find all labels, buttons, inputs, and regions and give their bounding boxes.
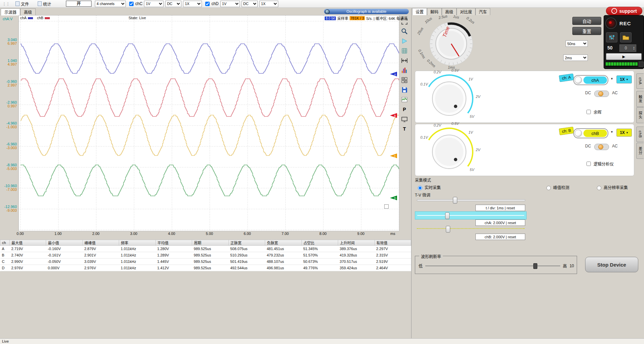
chB-logic-analyzer-option[interactable]: 逻辑分析仪 [585, 161, 614, 167]
tab-advanced[interactable]: 高级 [20, 8, 36, 15]
tdiv-slider[interactable] [417, 199, 525, 201]
grid-icon[interactable] [400, 47, 408, 55]
tab-contrast[interactable]: 对比度 [457, 8, 475, 15]
h-scale-icon[interactable] [400, 57, 408, 65]
slider-handle[interactable] [445, 212, 450, 219]
table-cell: 1.011kHz [119, 246, 155, 252]
on-button[interactable]: 开 [66, 1, 92, 7]
p-button[interactable]: P [400, 105, 408, 113]
chD-volt-select[interactable]: 1V [220, 1, 240, 7]
tab-decode[interactable]: 解码 [427, 8, 442, 15]
rec-button[interactable]: REC [605, 17, 642, 30]
chA-coupling-switch[interactable] [594, 91, 609, 97]
chA-enable-toggle[interactable]: chA [573, 75, 608, 85]
marker-C[interactable]: C [390, 153, 398, 160]
chA-persist-option[interactable]: 余晖 [585, 109, 602, 115]
slider-track [417, 215, 524, 216]
side-tab-4[interactable]: chB [636, 127, 644, 142]
folder-icon[interactable] [620, 32, 632, 42]
record-index-spinner[interactable]: 0 ▲▼ [619, 44, 636, 52]
logic-analyzer-checkbox[interactable] [586, 162, 591, 166]
chB-volts-knob[interactable]: 0.1V0.2V0.5V1V2V5V [417, 126, 481, 175]
spinner-arrows-icon[interactable]: ▲▼ [632, 46, 636, 50]
play-button[interactable]: ▶ [606, 53, 642, 60]
chB-atten-chip[interactable]: 1X▼ [616, 129, 632, 137]
waveform-plot[interactable] [19, 15, 399, 231]
tdiv-slider-label[interactable]: t / div: 1ms | reset [475, 205, 525, 211]
chB-enable-toggle[interactable]: chB [573, 128, 608, 138]
marker-B[interactable]: B [390, 113, 398, 119]
menu-file[interactable]: 文件 [13, 1, 32, 7]
chD-atten-select[interactable]: 1X [259, 1, 278, 7]
acquisition-option[interactable]: 高分辨率采集 [595, 184, 628, 190]
support-button[interactable]: ↓ support [606, 7, 642, 15]
table-row[interactable]: D2.976V0.000V2.976V1.011kHz1.412V989.525… [0, 265, 411, 271]
acquisition-option[interactable]: 峰值检测 [545, 184, 569, 190]
refresh-rate-slider[interactable] [425, 266, 560, 266]
tab-automotive[interactable]: 汽车 [475, 8, 490, 15]
menu-stats[interactable]: 统计 [35, 1, 54, 7]
side-tab-5[interactable]: 差分 [636, 143, 644, 159]
chC-coupling-select[interactable]: DC [165, 1, 181, 7]
chB-dropdown-caret[interactable]: ▼ [610, 130, 613, 134]
chC-atten-select[interactable]: 1X [183, 1, 202, 7]
auto-button[interactable]: 自动 [572, 17, 601, 25]
status-dot-icon [325, 9, 330, 14]
stop-device-button[interactable]: Stop Device [585, 257, 638, 272]
progress-stop-icon[interactable] [639, 62, 644, 67]
side-tab-3[interactable]: 探头 [636, 107, 644, 123]
table-cell: -0.160V [46, 246, 82, 252]
tab-oscilloscope[interactable]: 示波器 [1, 8, 20, 15]
chB-coupling-switch[interactable] [594, 144, 609, 150]
acquisition-radio[interactable] [546, 186, 551, 190]
svg-text:2V: 2V [475, 148, 481, 152]
table-cell: 49.776% [301, 265, 338, 271]
table-row[interactable]: A2.719V-0.160V2.879V1.011kHz1.280V989.52… [0, 246, 411, 252]
slider-handle[interactable] [446, 226, 450, 233]
chA-volts-knob[interactable]: 0.1V0.2V0.5V1V2V5V [417, 72, 481, 122]
snapshot-icon[interactable] [400, 96, 408, 104]
window-select[interactable]: 2ms [563, 55, 588, 61]
persist-checkbox[interactable] [586, 110, 591, 114]
chA-offset-slider[interactable] [415, 211, 527, 219]
save-icon[interactable] [400, 86, 408, 94]
matrix-icon[interactable] [400, 76, 408, 84]
chC-enable-checkbox[interactable] [129, 2, 134, 6]
chB-swatch [45, 17, 50, 19]
equalizer-icon[interactable] [606, 32, 617, 42]
marker-A[interactable]: A [390, 71, 398, 78]
table-row[interactable]: C2.990V-0.050V3.039V1.011kHz1.445V989.52… [0, 259, 411, 265]
slider-handle[interactable] [453, 197, 457, 204]
timebase-knob[interactable]: Time 10us2.5us1us0.2us25us0.1ms0.2ms1ms [418, 15, 485, 69]
plot-corner-checkbox[interactable] [384, 204, 389, 209]
spectrum-icon[interactable] [400, 66, 408, 74]
marker-D[interactable]: D [390, 195, 398, 202]
chC-volt-select[interactable]: 1V [144, 1, 164, 7]
table-cell: 488.107us [265, 259, 301, 265]
chB-offset-label[interactable]: chB: 2.000V | reset [475, 234, 525, 240]
trigger-icon[interactable] [400, 37, 408, 45]
table-row[interactable]: B2.740V-0.161V2.901V1.011kHz1.289V989.52… [0, 252, 411, 259]
chB-offset-slider[interactable] [417, 228, 525, 229]
y-tick-pair: -4.960-1.003 [0, 122, 17, 129]
chA-offset-label[interactable]: chA: 2.000V | reset [475, 219, 525, 226]
channel-count-select[interactable]: 4 channels [95, 1, 126, 7]
display-icon[interactable] [400, 115, 408, 123]
reset-button[interactable]: 重置 [572, 27, 601, 35]
refresh-slider-handle[interactable] [533, 263, 537, 269]
acquisition-option[interactable]: 实时采集 [416, 184, 441, 190]
side-tab-2[interactable]: 触发 [636, 91, 644, 107]
table-header-cell: 占空比 [301, 240, 338, 246]
acquisition-radio[interactable] [418, 186, 422, 190]
acquisition-radio[interactable] [597, 186, 601, 190]
side-tab-1[interactable]: chA [636, 73, 644, 89]
chA-atten-chip[interactable]: 1X▼ [616, 75, 632, 83]
chA-dropdown-caret[interactable]: ▼ [610, 77, 613, 80]
t-button[interactable]: T [400, 125, 408, 133]
tab-settings[interactable]: 设置 [412, 8, 427, 15]
svg-text:D: D [394, 197, 396, 200]
timebase-select[interactable]: 50ns [566, 40, 588, 47]
chD-enable-checkbox[interactable] [205, 2, 210, 6]
chD-coupling-select[interactable]: DC [242, 1, 258, 7]
zoom-icon[interactable] [400, 27, 408, 35]
